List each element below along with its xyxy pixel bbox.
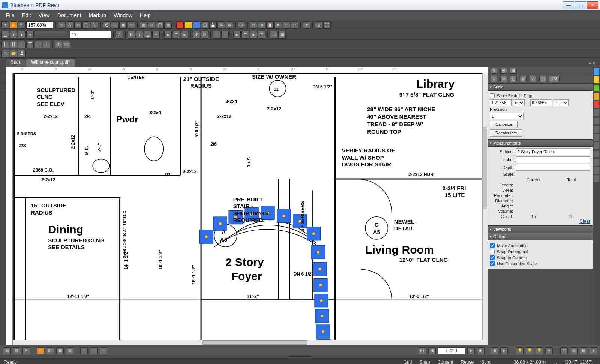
fillcolor-icon[interactable]: ● (18, 31, 26, 39)
misc2-icon[interactable]: ⛶ (323, 21, 331, 29)
color2-icon[interactable] (184, 21, 192, 29)
flatten-icon[interactable]: ▤ (164, 21, 172, 29)
save-icon[interactable]: 💾 (209, 21, 217, 29)
view-grid-icon[interactable]: ▦ (56, 347, 64, 354)
snap-content-checkbox[interactable] (490, 255, 495, 260)
menu-help[interactable]: Help (136, 12, 154, 18)
align-left-icon[interactable]: ≡ (164, 31, 172, 39)
textcolor-icon[interactable]: A (116, 31, 123, 39)
depth-input[interactable] (516, 164, 590, 171)
strip-tab4-icon[interactable] (594, 93, 599, 100)
bold-icon[interactable]: B (128, 31, 135, 39)
ellipse-icon[interactable]: ◯ (82, 21, 90, 29)
color1-icon[interactable] (176, 21, 184, 29)
save2-icon[interactable]: 💾 (18, 50, 26, 57)
color3-icon[interactable] (193, 21, 200, 29)
panel-tab-b-icon[interactable]: ▥ (13, 347, 20, 354)
menu-view[interactable]: View (35, 12, 54, 18)
stamp-icon[interactable]: ▣ (119, 21, 127, 29)
panel-tab-count-icon[interactable]: 123 (549, 76, 560, 82)
left-panel-strip[interactable] (0, 67, 6, 345)
print-icon[interactable]: 🖶 (218, 21, 225, 29)
panel-tab-gear-icon[interactable]: ⚙ (510, 68, 517, 74)
strip-tab12-icon[interactable] (594, 159, 599, 166)
status-reuse[interactable]: Reuse (457, 360, 477, 364)
dup-icon[interactable]: ❏ (201, 21, 208, 29)
section-options-header[interactable]: Options (488, 233, 592, 240)
tab-start[interactable]: Start (6, 58, 25, 67)
panel-tab-volume-icon[interactable]: ⬚ (539, 76, 546, 82)
strip-tab11-icon[interactable] (594, 151, 599, 157)
fliph-icon[interactable]: ◁▷ (55, 41, 62, 48)
menu-window[interactable]: Window (110, 12, 136, 18)
dropdown1-icon[interactable]: ▾ (303, 21, 310, 29)
store-scale-checkbox[interactable] (490, 93, 495, 98)
undo-icon[interactable]: ↶ (283, 21, 290, 29)
lineweight-icon[interactable]: ▾ (10, 31, 17, 39)
status-grid[interactable]: Grid (400, 360, 416, 364)
strike-icon[interactable]: Ŧ (152, 31, 160, 39)
menu-file[interactable]: File (2, 12, 18, 18)
spacing4-icon[interactable]: ≣ (258, 31, 266, 39)
status-sync[interactable]: Sync (477, 360, 495, 364)
dim-50-icon[interactable]: 💡 (536, 347, 543, 354)
list1-icon[interactable]: ▭ (270, 31, 278, 39)
strip-tab2-icon[interactable] (594, 76, 599, 83)
strip-tab5-icon[interactable] (594, 101, 599, 108)
flipv-icon[interactable]: △▽ (63, 41, 70, 48)
panel-tab-area-icon[interactable]: ▱ (500, 76, 507, 82)
panel-tab-a-icon[interactable]: ▤ (3, 347, 10, 354)
cut-icon[interactable]: ✂ (250, 21, 257, 29)
view-thumb-icon[interactable]: ⊞ (66, 347, 74, 354)
panel-tab-perim-icon[interactable]: ▢ (510, 76, 517, 82)
last-page-icon[interactable]: ⏭ (477, 347, 484, 354)
view-cont-icon[interactable]: ▯▯ (46, 347, 54, 354)
panel-tab-link-icon[interactable]: ⛓ (500, 68, 507, 74)
hyperlink-icon[interactable]: ⛓ (103, 21, 110, 29)
layers-icon[interactable]: ❐ (156, 21, 164, 29)
split-h-icon[interactable]: ◫ (560, 347, 568, 354)
panel-tab-distance-icon[interactable]: ↔ (490, 76, 497, 82)
status-content[interactable]: Content (434, 360, 457, 364)
spell-icon[interactable]: abc (238, 21, 245, 29)
scale-to-value[interactable] (530, 99, 552, 106)
rect-icon[interactable]: ▭ (74, 21, 82, 29)
canvas[interactable]: |2 |3 |4 |5 |6 |7 |8 |9 |10 |11 |12 |13 (6, 67, 488, 345)
close-button[interactable]: ✕ (587, 1, 598, 9)
super-icon[interactable]: S¹ (193, 31, 200, 39)
text-icon[interactable]: A (66, 21, 74, 29)
align-c-icon[interactable]: ⎮⎮ (10, 41, 17, 48)
align-right-icon[interactable]: ≡ (181, 31, 188, 39)
attach-icon[interactable]: 📎 (111, 21, 118, 29)
strip-tab9-icon[interactable] (594, 134, 599, 141)
delete-icon[interactable]: ✖ (274, 21, 282, 29)
font-size-input[interactable] (70, 31, 111, 39)
copy-icon[interactable]: ⧉ (258, 21, 266, 29)
arrow-h-icon[interactable]: ↔ (213, 31, 220, 39)
pan-tool-icon[interactable]: ✋ (10, 21, 17, 29)
scale-to-unit[interactable]: ft' ir (554, 99, 568, 106)
menu-markup[interactable]: Markup (85, 12, 110, 18)
list2-icon[interactable]: ▦ (278, 31, 286, 39)
page-ops1-icon[interactable]: ▫ (80, 347, 88, 354)
page-input[interactable] (438, 347, 465, 354)
split-q-icon[interactable]: ⊞ (580, 347, 587, 354)
split-drop-icon[interactable]: ▾ (590, 347, 597, 354)
maximize-button[interactable]: ▢ (575, 1, 586, 9)
align-t-icon[interactable]: ⏉ (26, 41, 34, 48)
horizontal-scrollbar[interactable] (13, 340, 488, 345)
snap-orthogonal-checkbox[interactable] (490, 249, 495, 254)
spacing1-icon[interactable]: ≡ (233, 31, 241, 39)
tab-active[interactable]: Wilhome-count.pdf* (26, 58, 75, 67)
subject-input[interactable] (516, 148, 590, 155)
recalculate-button[interactable]: Recalculate (490, 129, 522, 137)
menu-document[interactable]: Document (54, 12, 85, 18)
dim-25-icon[interactable]: 💡 (526, 347, 533, 354)
calibrate-button[interactable]: Calibrate (490, 121, 518, 128)
tabs-overflow-icon[interactable]: ▾ ✕ (586, 60, 598, 67)
dim-drop-icon[interactable]: ▾ (545, 347, 553, 354)
next-page-icon[interactable]: ▶ (467, 347, 475, 354)
line-icon[interactable]: ╲ (91, 21, 98, 29)
first-page-icon[interactable]: ⏮ (418, 347, 426, 354)
font-name-input[interactable] (34, 31, 69, 39)
